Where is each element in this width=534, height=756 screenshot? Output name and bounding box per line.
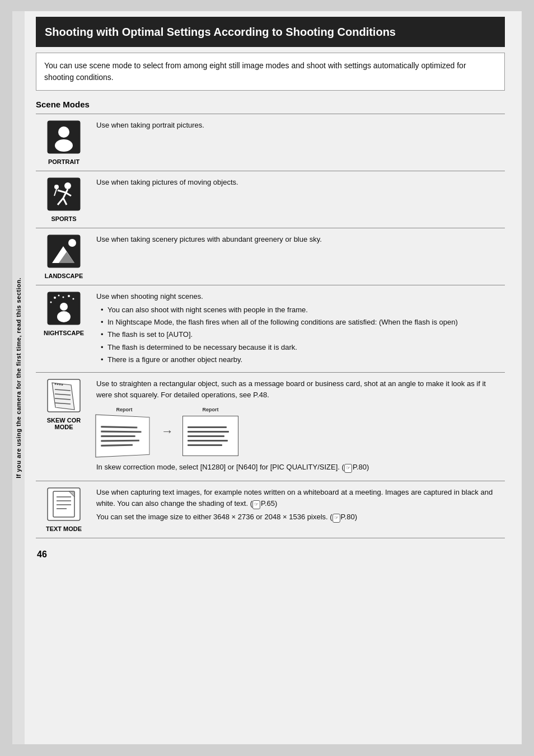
landscape-icon-cell: LANDSCAPE (36, 228, 92, 285)
portrait-label: PORTRAIT (40, 158, 87, 165)
svg-point-31 (55, 383, 57, 384)
svg-point-32 (57, 383, 59, 385)
landscape-label: LANDSCAPE (40, 273, 87, 279)
svg-point-24 (57, 311, 71, 322)
textmode-icon (46, 487, 81, 522)
nightscape-bullets: You can also shoot with night scenes wit… (101, 304, 500, 365)
ref-icon-2: ☞ (252, 500, 260, 509)
svg-point-23 (60, 303, 68, 311)
skew-arrow-icon: → (161, 422, 174, 441)
page-container: If you are using the camera for the firs… (12, 11, 522, 744)
skew-before (95, 415, 149, 458)
table-row: SPORTS Use when taking pictures of movin… (36, 171, 505, 228)
svg-point-34 (62, 384, 63, 386)
nightscape-label: NIGHTSCAPE (40, 330, 87, 336)
textmode-icon-cell: TEXT MODE (36, 481, 92, 538)
skew-after (182, 416, 238, 456)
intro-box: You can use scene mode to select from am… (36, 53, 505, 91)
svg-point-33 (59, 383, 61, 385)
main-content: Shooting with Optimal Settings According… (25, 11, 522, 744)
side-tab: If you are using the camera for the firs… (12, 11, 25, 744)
skewcor-extra: In skew correction mode, select [N1280] … (96, 462, 500, 473)
table-row: NIGHTSCAPE Use when shooting night scene… (36, 285, 505, 373)
svg-rect-36 (53, 491, 74, 517)
skewcor-desc: Use to straighten a rectangular object, … (92, 372, 505, 481)
scene-table: PORTRAIT Use when taking portrait pictur… (36, 114, 505, 538)
skew-illustration: Report → (96, 406, 500, 456)
svg-point-2 (55, 139, 73, 152)
svg-point-19 (63, 297, 64, 298)
svg-point-21 (73, 298, 74, 300)
svg-point-18 (58, 295, 60, 297)
nightscape-icon (46, 291, 81, 326)
page-number: 46 (36, 550, 505, 560)
page-title: Shooting with Optimal Settings According… (45, 25, 496, 39)
landscape-icon (46, 234, 81, 269)
svg-point-4 (64, 182, 71, 189)
skew-after-title: Report (182, 406, 238, 414)
svg-point-20 (68, 295, 70, 297)
table-row: TEXT MODE Use when capturing text images… (36, 481, 505, 538)
section-title: Scene Modes (36, 100, 505, 109)
sports-label: SPORTS (40, 215, 87, 222)
skewcor-label: SKEW CORMODE (40, 417, 87, 430)
svg-point-15 (68, 239, 76, 247)
skewcor-icon-cell: SKEW CORMODE (36, 372, 92, 481)
svg-rect-3 (48, 178, 80, 210)
skew-before-title: Report (96, 406, 152, 414)
svg-point-1 (58, 126, 69, 138)
skew-after-box: Report (182, 406, 238, 456)
nightscape-icon-cell: NIGHTSCAPE (36, 285, 92, 373)
header-box: Shooting with Optimal Settings According… (36, 17, 505, 47)
portrait-icon (46, 120, 81, 154)
skewcor-icon (46, 378, 81, 413)
sports-icon (46, 177, 81, 212)
skew-before-box: Report (96, 406, 152, 456)
table-row: PORTRAIT Use when taking portrait pictur… (36, 114, 505, 171)
intro-text: You can use scene mode to select from am… (44, 60, 496, 83)
ref-icon-3: ☞ (332, 514, 340, 523)
table-row: LANDSCAPE Use when taking scenery pictur… (36, 228, 505, 285)
portrait-icon-cell: PORTRAIT (36, 114, 92, 171)
svg-point-22 (50, 302, 52, 303)
ref-icon: ☞ (344, 464, 352, 473)
sports-icon-cell: SPORTS (36, 171, 92, 228)
portrait-desc: Use when taking portrait pictures. (92, 114, 505, 171)
sports-desc: Use when taking pictures of moving objec… (92, 171, 505, 228)
svg-point-10 (54, 185, 59, 189)
svg-point-17 (54, 297, 56, 299)
landscape-desc: Use when taking scenery pictures with ab… (92, 228, 505, 285)
table-row: SKEW CORMODE Use to straighten a rectang… (36, 372, 505, 481)
textmode-desc: Use when capturing text images, for exam… (92, 481, 505, 538)
svg-marker-26 (52, 383, 74, 410)
nightscape-desc: Use when shooting night scenes. You can … (92, 285, 505, 373)
textmode-label: TEXT MODE (40, 525, 87, 532)
side-tab-text: If you are using the camera for the firs… (15, 278, 22, 478)
